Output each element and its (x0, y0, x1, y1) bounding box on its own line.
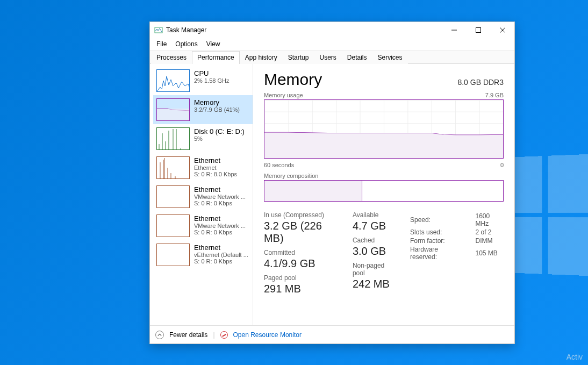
usage-chart-label-left: Memory usage (264, 92, 303, 98)
sidebar-item-sub: vEthernet (Default ... (194, 252, 249, 258)
sidebar-item-name: Disk 0 (C: E: D:) (194, 127, 249, 135)
titlebar[interactable]: Task Manager (150, 22, 514, 38)
eth-thumbnail (156, 156, 190, 179)
performance-main: Memory 8.0 GB DDR3 Memory usage 7.9 GB 6… (253, 64, 514, 325)
stat-label: In use (Compressed) (264, 211, 339, 219)
sidebar-item-sub2: S: 0 R: 0 Kbps (194, 258, 249, 264)
sidebar-item-eth-3[interactable]: EthernetEthernetS: 0 R: 8.0 Kbps (153, 153, 253, 182)
stats-column-left: In use (Compressed)3.2 GB (226 MB)Commit… (264, 211, 339, 298)
eth-thumbnail (156, 244, 190, 266)
usage-x-left: 60 seconds (264, 162, 294, 168)
sidebar-item-cpu-0[interactable]: CPU2% 1.58 GHz (153, 66, 253, 95)
sidebar-item-name: Ethernet (194, 185, 249, 194)
stat-value: 4.1/9.9 GB (264, 257, 339, 270)
stat-key: Hardware reserved: (410, 246, 475, 261)
sidebar-item-eth-4[interactable]: EthernetVMware Network ...S: 0 R: 0 Kbps (153, 182, 253, 211)
tab-performance[interactable]: Performance (192, 51, 240, 64)
stat-key: Form factor: (410, 237, 475, 245)
panel-right-info: 8.0 GB DDR3 (457, 78, 504, 87)
task-manager-icon (154, 26, 163, 34)
stat-label: Committed (264, 249, 339, 256)
sidebar-item-sub: 2% 1.58 GHz (194, 77, 249, 84)
close-button[interactable] (490, 22, 514, 38)
stats-column-right: Speed:1600 MHzSlots used:2 of 2Form fact… (409, 211, 504, 298)
memory-usage-chart[interactable] (264, 99, 504, 159)
panel-title: Memory (264, 70, 322, 89)
sidebar-item-name: CPU (194, 69, 249, 77)
sidebar-item-eth-6[interactable]: EthernetvEthernet (Default ...S: 0 R: 0 … (153, 240, 253, 269)
menu-options[interactable]: Options (172, 39, 200, 49)
tab-services[interactable]: Services (372, 51, 408, 64)
stat-value: 242 MB (353, 278, 395, 290)
sidebar-item-sub: 5% (194, 135, 249, 142)
stat-label: Paged pool (264, 274, 339, 282)
fewer-details-button[interactable]: Fewer details (169, 331, 207, 339)
tab-app-history[interactable]: App history (240, 51, 283, 64)
cpu-thumbnail (156, 69, 190, 92)
stat-value: 3.2 GB (226 MB) (264, 220, 339, 245)
usage-chart-label-right: 7.9 GB (485, 92, 504, 98)
sidebar-item-sub: Ethernet (194, 164, 249, 171)
sidebar-item-eth-5[interactable]: EthernetVMware Network ...S: 0 R: 0 Kbps (153, 211, 253, 240)
eth-thumbnail (156, 214, 190, 237)
sidebar-item-sub2: S: 0 R: 0 Kbps (194, 229, 249, 235)
stat-val: 105 MB (475, 246, 503, 261)
sidebar-item-sub: VMware Network ... (194, 194, 249, 200)
tab-startup[interactable]: Startup (283, 51, 314, 64)
chevron-up-icon[interactable] (155, 331, 164, 339)
tab-processes[interactable]: Processes (151, 51, 192, 64)
stat-label: Available (353, 211, 395, 219)
sidebar-item-disk-2[interactable]: Disk 0 (C: E: D:)5% (153, 124, 253, 153)
tabbar: Processes Performance App history Startu… (150, 50, 514, 64)
open-resource-monitor-link[interactable]: Open Resource Monitor (233, 331, 302, 339)
maximize-button[interactable] (466, 22, 490, 38)
sidebar-item-name: Ethernet (194, 214, 249, 223)
window-title: Task Manager (166, 26, 206, 34)
stat-val: 1600 MHz (475, 212, 503, 227)
minimize-button[interactable] (442, 22, 466, 38)
stat-key: Slots used: (410, 228, 475, 236)
tab-users[interactable]: Users (314, 51, 341, 64)
eth-thumbnail (156, 185, 190, 208)
mem-thumbnail (156, 98, 190, 121)
stat-val: 2 of 2 (475, 228, 503, 236)
stats-column-left2: Available4.7 GBCached3.0 GBNon-paged poo… (353, 211, 395, 298)
usage-x-right: 0 (500, 162, 504, 168)
activation-watermark: Activ (567, 353, 583, 362)
footer: Fewer details | Open Resource Monitor (150, 325, 514, 343)
stat-val: DIMM (475, 237, 503, 245)
menubar: File Options View (150, 38, 514, 50)
svg-rect-5 (157, 109, 190, 121)
sidebar-item-name: Ethernet (194, 244, 249, 252)
stat-label: Cached (353, 237, 395, 244)
memory-composition-chart[interactable] (264, 180, 504, 202)
composition-label: Memory composition (264, 173, 318, 179)
sidebar-item-sub2: S: 0 R: 8.0 Kbps (194, 171, 249, 177)
composition-available (362, 181, 503, 201)
sidebar-item-name: Ethernet (194, 156, 249, 164)
disk-thumbnail (156, 127, 190, 150)
task-manager-window: Task Manager File Options View Processes… (149, 22, 515, 344)
sidebar-item-sub2: S: 0 R: 0 Kbps (194, 200, 249, 206)
stat-value: 291 MB (264, 283, 339, 295)
stat-label: Non-paged pool (353, 262, 395, 277)
stat-value: 3.0 GB (353, 245, 395, 257)
composition-used (264, 181, 362, 201)
resource-monitor-icon (220, 331, 228, 339)
tab-details[interactable]: Details (342, 51, 372, 64)
menu-view[interactable]: View (203, 39, 224, 49)
sidebar-item-sub: VMware Network ... (194, 223, 249, 229)
stat-value: 4.7 GB (353, 220, 395, 232)
sidebar-item-name: Memory (194, 98, 249, 106)
svg-rect-2 (476, 28, 481, 33)
menu-file[interactable]: File (153, 39, 170, 49)
sidebar-item-sub: 3.2/7.9 GB (41%) (194, 106, 249, 113)
sidebar-item-mem-1[interactable]: Memory3.2/7.9 GB (41%) (153, 95, 253, 124)
stat-key: Speed: (410, 212, 475, 227)
performance-sidebar: CPU2% 1.58 GHzMemory3.2/7.9 GB (41%)Disk… (150, 64, 253, 325)
